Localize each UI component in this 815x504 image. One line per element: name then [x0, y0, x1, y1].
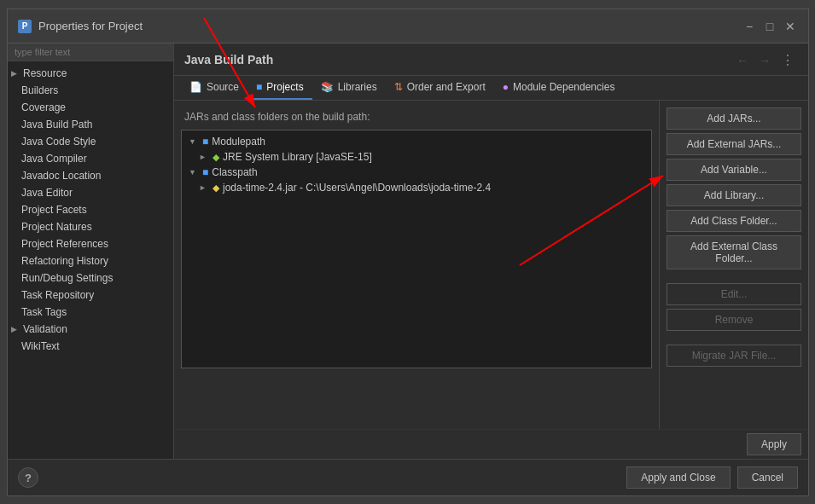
- tree-panel: JARs and class folders on the build path…: [174, 101, 659, 429]
- sidebar-label-java-editor: Java Editor: [21, 187, 73, 199]
- remove-button[interactable]: Remove: [667, 309, 801, 331]
- filter-input[interactable]: [8, 43, 173, 61]
- cancel-button[interactable]: Cancel: [737, 466, 798, 489]
- tab-source[interactable]: 📄 Source: [181, 76, 247, 100]
- sidebar-item-project-natures[interactable]: Project Natures: [8, 218, 173, 235]
- module-tab-icon: ●: [503, 81, 509, 93]
- add-library-button[interactable]: Add Library...: [667, 184, 801, 206]
- sidebar-label-resource: Resource: [23, 67, 67, 79]
- tab-projects-label: Projects: [266, 81, 303, 93]
- source-tab-icon: 📄: [189, 81, 202, 93]
- sidebar-label-run-debug-settings: Run/Debug Settings: [21, 272, 113, 284]
- add-variable-button[interactable]: Add Variable...: [667, 159, 801, 181]
- projects-tab-icon: ■: [256, 81, 262, 93]
- sidebar-item-java-code-style[interactable]: Java Code Style: [8, 133, 173, 150]
- classpath-label: Classpath: [212, 166, 257, 178]
- buttons-panel: Add JARs... Add External JARs... Add Var…: [659, 101, 808, 429]
- arrow-modulepath: ▼: [189, 137, 199, 146]
- sidebar-item-task-repository[interactable]: Task Repository: [8, 287, 173, 304]
- maximize-button[interactable]: □: [762, 19, 777, 34]
- sidebar-label-project-references: Project References: [21, 238, 108, 250]
- sidebar-item-wikitext[interactable]: WikiText: [8, 338, 173, 355]
- main-header: Java Build Path ← → ⋮: [174, 43, 808, 76]
- joda-label: joda-time-2.4.jar - C:\Users\Angel\Downl…: [223, 182, 491, 194]
- add-external-jars-button[interactable]: Add External JARs...: [667, 133, 801, 155]
- dialog-icon: P: [18, 20, 32, 33]
- migrate-jar-button[interactable]: Migrate JAR File...: [667, 345, 801, 367]
- sidebar-item-javadoc-location[interactable]: Javadoc Location: [8, 167, 173, 184]
- tab-module-dependencies[interactable]: ● Module Dependencies: [494, 76, 624, 100]
- sidebar-item-refactoring-history[interactable]: Refactoring History: [8, 252, 173, 269]
- sidebar-item-project-references[interactable]: Project References: [8, 235, 173, 252]
- back-button[interactable]: ←: [733, 52, 752, 69]
- nav-arrows: ← → ⋮: [733, 50, 798, 75]
- sidebar-label-coverage: Coverage: [21, 101, 66, 113]
- footer-right: Apply and Close Cancel: [626, 466, 798, 489]
- tab-order-label: Order and Export: [407, 81, 486, 93]
- sidebar-label-java-code-style: Java Code Style: [21, 136, 96, 148]
- sidebar-label-builders: Builders: [21, 84, 58, 96]
- tab-order-export[interactable]: ⇅ Order and Export: [386, 76, 494, 100]
- sidebar-tree: ▶ Resource Builders Coverage Java Build …: [8, 61, 173, 459]
- jre-label: JRE System Library [JavaSE-15]: [223, 151, 372, 163]
- forward-button[interactable]: →: [755, 52, 774, 69]
- joda-icon: ◆: [212, 182, 219, 194]
- tree-jre-system[interactable]: ► ◆ JRE System Library [JavaSE-15]: [185, 149, 648, 165]
- properties-dialog: P Properties for Project − □ ✕ ▶ Resourc…: [7, 9, 809, 496]
- panel-label: JARs and class folders on the build path…: [181, 107, 652, 130]
- tabs-row: 📄 Source ■ Projects 📚 Libraries ⇅ Order …: [174, 76, 808, 101]
- libraries-tab-icon: 📚: [321, 81, 334, 93]
- sidebar-label-task-tags: Task Tags: [21, 306, 67, 318]
- sidebar-item-validation[interactable]: ▶ Validation: [8, 321, 173, 338]
- title-bar-left: P Properties for Project: [18, 20, 143, 33]
- tab-libraries[interactable]: 📚 Libraries: [312, 76, 386, 100]
- sidebar-label-project-natures: Project Natures: [21, 221, 92, 233]
- sidebar-item-resource[interactable]: ▶ Resource: [8, 65, 173, 82]
- expand-arrow-validation: ▶: [11, 325, 20, 333]
- sidebar-item-java-build-path[interactable]: Java Build Path: [8, 116, 173, 133]
- sidebar-item-task-tags[interactable]: Task Tags: [8, 304, 173, 321]
- dialog-title: Properties for Project: [38, 20, 143, 32]
- help-button[interactable]: ?: [18, 467, 38, 488]
- sidebar-item-coverage[interactable]: Coverage: [8, 99, 173, 116]
- sidebar-item-run-debug-settings[interactable]: Run/Debug Settings: [8, 269, 173, 287]
- close-button[interactable]: ✕: [783, 19, 798, 34]
- expand-arrow-resource: ▶: [11, 69, 20, 78]
- sidebar-label-refactoring-history: Refactoring History: [21, 255, 108, 267]
- jre-icon: ◆: [212, 152, 219, 163]
- apply-close-button[interactable]: Apply and Close: [626, 466, 730, 489]
- add-class-folder-button[interactable]: Add Class Folder...: [667, 210, 801, 232]
- add-jars-button[interactable]: Add JARs...: [667, 107, 801, 130]
- footer-left: ?: [18, 467, 38, 488]
- arrow-joda: ►: [199, 183, 209, 192]
- edit-button[interactable]: Edit...: [667, 283, 801, 305]
- modulepath-icon: ■: [202, 136, 208, 148]
- arrow-classpath: ▼: [189, 168, 199, 177]
- tree-classpath[interactable]: ▼ ■ Classpath: [185, 165, 648, 180]
- add-external-class-folder-button[interactable]: Add External Class Folder...: [667, 235, 801, 269]
- sidebar-item-builders[interactable]: Builders: [8, 82, 173, 99]
- modulepath-label: Modulepath: [212, 136, 265, 148]
- sidebar: ▶ Resource Builders Coverage Java Build …: [8, 43, 174, 459]
- more-button[interactable]: ⋮: [777, 50, 798, 70]
- sidebar-label-javadoc-location: Javadoc Location: [21, 170, 101, 182]
- tree-joda-jar[interactable]: ► ◆ joda-time-2.4.jar - C:\Users\Angel\D…: [185, 180, 648, 195]
- classpath-icon: ■: [202, 166, 208, 178]
- tree-modulepath[interactable]: ▼ ■ Modulepath: [185, 134, 648, 149]
- minimize-button[interactable]: −: [742, 19, 757, 34]
- sidebar-label-project-facets: Project Facets: [21, 204, 87, 216]
- sidebar-label-java-compiler: Java Compiler: [21, 153, 87, 165]
- tab-projects[interactable]: ■ Projects: [247, 76, 312, 100]
- sidebar-label-java-build-path: Java Build Path: [21, 119, 92, 130]
- tab-source-label: Source: [207, 81, 239, 93]
- dialog-footer: ? Apply and Close Cancel: [8, 459, 808, 495]
- sidebar-label-task-repository: Task Repository: [21, 289, 94, 301]
- main-content: Java Build Path ← → ⋮ 📄 Source ■ Project…: [174, 43, 808, 459]
- sidebar-label-validation: Validation: [23, 323, 67, 335]
- sidebar-item-java-compiler[interactable]: Java Compiler: [8, 150, 173, 167]
- apply-button[interactable]: Apply: [747, 433, 801, 455]
- apply-row: Apply: [174, 429, 808, 459]
- sidebar-item-java-editor[interactable]: Java Editor: [8, 184, 173, 201]
- tab-module-label: Module Dependencies: [513, 81, 614, 93]
- sidebar-item-project-facets[interactable]: Project Facets: [8, 201, 173, 218]
